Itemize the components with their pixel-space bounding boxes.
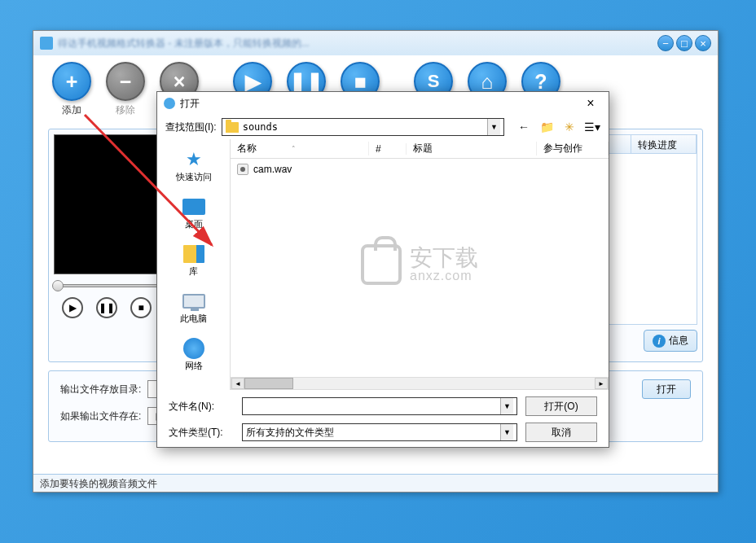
dialog-sidebar: ★ 快速访问 桌面 库 此电脑 网络	[157, 139, 231, 390]
dialog-open-button[interactable]: 打开(O)	[525, 396, 597, 416]
dialog-body: ★ 快速访问 桌面 库 此电脑 网络 名称 ˄ #	[157, 139, 609, 390]
remove-button[interactable]: − 移除	[102, 62, 149, 117]
plus-icon: +	[66, 70, 78, 94]
close-button[interactable]: ×	[695, 35, 711, 51]
sidebar-library[interactable]: 库	[157, 239, 230, 286]
x-icon: ×	[174, 70, 186, 94]
home-icon: ⌂	[481, 70, 493, 94]
sidebar-this-pc[interactable]: 此电脑	[157, 286, 230, 333]
statusbar: 添加要转换的视频音频文件	[33, 474, 718, 492]
if-exists-label: 如果输出文件存在:	[60, 409, 141, 423]
minimize-button[interactable]: −	[657, 35, 674, 51]
pause-icon: ❚❚	[289, 70, 323, 94]
preview-stop-button[interactable]: ■	[130, 297, 152, 318]
bag-icon	[361, 244, 402, 285]
app-icon	[40, 37, 53, 50]
col-number[interactable]: #	[369, 143, 407, 155]
views-button[interactable]: ☰▾	[584, 119, 600, 135]
dialog-close-button[interactable]: ×	[579, 96, 602, 111]
filename-input[interactable]: ▼	[242, 397, 517, 415]
audio-file-icon	[237, 164, 248, 175]
file-name: cam.wav	[253, 164, 292, 175]
dialog-title: 打开	[180, 97, 579, 111]
up-folder-button[interactable]: 📁	[538, 119, 555, 135]
window-controls: − □ ×	[657, 35, 711, 51]
dialog-cancel-button[interactable]: 取消	[525, 423, 597, 442]
dialog-icon	[164, 98, 175, 109]
s-icon: S	[428, 71, 440, 92]
filetype-combo[interactable]: 所有支持的文件类型 ▼	[242, 423, 517, 441]
lookin-label: 查找范围(I):	[165, 120, 217, 134]
star-icon: ★	[181, 148, 207, 171]
filename-label: 文件名(N):	[169, 400, 234, 414]
horizontal-scrollbar[interactable]: ◄ ►	[231, 377, 609, 390]
chevron-down-icon: ▼	[500, 424, 513, 440]
col-contributing[interactable]: 参与创作	[537, 142, 609, 155]
library-icon	[183, 245, 204, 263]
desktop-icon	[182, 199, 205, 215]
info-icon: i	[653, 335, 666, 348]
file-row[interactable]: cam.wav	[237, 162, 602, 177]
scroll-thumb[interactable]	[244, 378, 293, 389]
chevron-down-icon: ▼	[500, 398, 513, 414]
main-titlebar: 得达手机视频格式转换器 - 未注册版本，只能转换视频的... − □ ×	[33, 31, 718, 55]
folder-icon	[226, 122, 239, 133]
add-button[interactable]: + 添加	[48, 62, 95, 117]
preview-pause-button[interactable]: ❚❚	[96, 297, 117, 318]
open-output-button[interactable]: 打开	[642, 379, 691, 399]
watermark: 安下载 anxz.com	[361, 244, 478, 285]
new-folder-button[interactable]: ✳	[561, 119, 578, 135]
output-dir-label: 输出文件存放目录:	[60, 383, 141, 396]
lookin-combo[interactable]: sounds ▼	[222, 118, 504, 136]
minus-icon: −	[120, 70, 132, 94]
col-title[interactable]: 标题	[407, 142, 537, 155]
scroll-left-icon[interactable]: ◄	[231, 378, 244, 389]
sidebar-quick-access[interactable]: ★ 快速访问	[157, 144, 230, 191]
dialog-footer: 文件名(N): ▼ 打开(O) 文件类型(T): 所有支持的文件类型 ▼ 取消	[157, 390, 609, 455]
lookin-value: sounds	[243, 121, 483, 133]
dialog-file-list: 名称 ˄ # 标题 参与创作 cam.wav 安下载 anxz.com ◄	[231, 139, 609, 390]
preview-play-button[interactable]: ▶	[62, 297, 83, 318]
filetype-label: 文件类型(T):	[169, 426, 234, 440]
col-progress: 转换进度	[631, 135, 697, 153]
file-list-rows[interactable]: cam.wav	[231, 159, 609, 180]
scroll-right-icon[interactable]: ►	[595, 378, 608, 389]
back-button[interactable]: ←	[516, 119, 532, 135]
chevron-down-icon: ▼	[487, 119, 500, 135]
play-icon: ▶	[245, 70, 261, 94]
globe-icon	[183, 338, 204, 359]
sidebar-desktop[interactable]: 桌面	[157, 191, 230, 239]
dialog-titlebar: 打开 ×	[157, 92, 609, 115]
stop-icon: ■	[354, 70, 366, 94]
info-button[interactable]: i 信息	[644, 330, 697, 352]
dialog-toolbar: 查找范围(I): sounds ▼ ← 📁 ✳ ☰▾	[157, 115, 609, 139]
pc-icon	[182, 294, 205, 309]
question-icon: ?	[534, 70, 547, 94]
maximize-button[interactable]: □	[676, 35, 692, 51]
file-list-header: 名称 ˄ # 标题 参与创作	[231, 139, 609, 159]
col-name[interactable]: 名称 ˄	[231, 142, 369, 155]
file-open-dialog: 打开 × 查找范围(I): sounds ▼ ← 📁 ✳ ☰▾ ★ 快速访问 桌…	[156, 91, 609, 448]
window-title: 得达手机视频格式转换器 - 未注册版本，只能转换视频的...	[58, 37, 657, 50]
sidebar-network[interactable]: 网络	[157, 333, 230, 380]
